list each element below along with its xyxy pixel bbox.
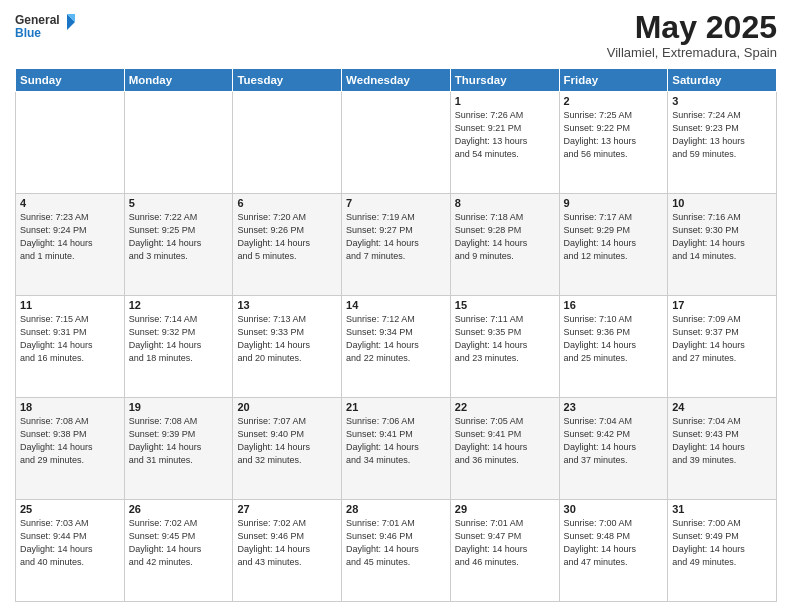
calendar-cell: 24Sunrise: 7:04 AM Sunset: 9:43 PM Dayli… [668,398,777,500]
title-block: May 2025 Villamiel, Extremadura, Spain [607,10,777,60]
calendar-week-row: 18Sunrise: 7:08 AM Sunset: 9:38 PM Dayli… [16,398,777,500]
calendar-cell: 14Sunrise: 7:12 AM Sunset: 9:34 PM Dayli… [342,296,451,398]
day-info: Sunrise: 7:17 AM Sunset: 9:29 PM Dayligh… [564,211,664,263]
calendar-cell: 6Sunrise: 7:20 AM Sunset: 9:26 PM Daylig… [233,194,342,296]
day-number: 28 [346,503,446,515]
day-info: Sunrise: 7:08 AM Sunset: 9:39 PM Dayligh… [129,415,229,467]
calendar-title: May 2025 [607,10,777,45]
day-info: Sunrise: 7:04 AM Sunset: 9:43 PM Dayligh… [672,415,772,467]
day-info: Sunrise: 7:05 AM Sunset: 9:41 PM Dayligh… [455,415,555,467]
day-number: 17 [672,299,772,311]
calendar-cell: 31Sunrise: 7:00 AM Sunset: 9:49 PM Dayli… [668,500,777,602]
day-info: Sunrise: 7:18 AM Sunset: 9:28 PM Dayligh… [455,211,555,263]
day-info: Sunrise: 7:20 AM Sunset: 9:26 PM Dayligh… [237,211,337,263]
calendar-week-row: 1Sunrise: 7:26 AM Sunset: 9:21 PM Daylig… [16,92,777,194]
day-info: Sunrise: 7:02 AM Sunset: 9:45 PM Dayligh… [129,517,229,569]
day-number: 11 [20,299,120,311]
calendar-cell: 21Sunrise: 7:06 AM Sunset: 9:41 PM Dayli… [342,398,451,500]
calendar-cell: 28Sunrise: 7:01 AM Sunset: 9:46 PM Dayli… [342,500,451,602]
day-number: 13 [237,299,337,311]
calendar-cell: 4Sunrise: 7:23 AM Sunset: 9:24 PM Daylig… [16,194,125,296]
calendar-week-row: 25Sunrise: 7:03 AM Sunset: 9:44 PM Dayli… [16,500,777,602]
calendar-cell: 18Sunrise: 7:08 AM Sunset: 9:38 PM Dayli… [16,398,125,500]
calendar-cell: 26Sunrise: 7:02 AM Sunset: 9:45 PM Dayli… [124,500,233,602]
logo-icon: General Blue [15,10,75,46]
day-info: Sunrise: 7:08 AM Sunset: 9:38 PM Dayligh… [20,415,120,467]
calendar-cell: 12Sunrise: 7:14 AM Sunset: 9:32 PM Dayli… [124,296,233,398]
day-info: Sunrise: 7:06 AM Sunset: 9:41 PM Dayligh… [346,415,446,467]
logo-block: General Blue [15,10,75,50]
calendar-cell: 29Sunrise: 7:01 AM Sunset: 9:47 PM Dayli… [450,500,559,602]
calendar-cell: 10Sunrise: 7:16 AM Sunset: 9:30 PM Dayli… [668,194,777,296]
calendar-table: SundayMondayTuesdayWednesdayThursdayFrid… [15,68,777,602]
svg-text:Blue: Blue [15,26,41,40]
calendar-cell: 13Sunrise: 7:13 AM Sunset: 9:33 PM Dayli… [233,296,342,398]
calendar-cell: 17Sunrise: 7:09 AM Sunset: 9:37 PM Dayli… [668,296,777,398]
day-number: 12 [129,299,229,311]
weekday-header-wednesday: Wednesday [342,69,451,92]
header: General Blue May 2025 Villamiel, Extrema… [15,10,777,60]
weekday-header-thursday: Thursday [450,69,559,92]
calendar-cell: 3Sunrise: 7:24 AM Sunset: 9:23 PM Daylig… [668,92,777,194]
svg-text:General: General [15,13,60,27]
calendar-cell: 7Sunrise: 7:19 AM Sunset: 9:27 PM Daylig… [342,194,451,296]
day-number: 1 [455,95,555,107]
day-number: 24 [672,401,772,413]
day-info: Sunrise: 7:25 AM Sunset: 9:22 PM Dayligh… [564,109,664,161]
calendar-week-row: 4Sunrise: 7:23 AM Sunset: 9:24 PM Daylig… [16,194,777,296]
day-info: Sunrise: 7:00 AM Sunset: 9:49 PM Dayligh… [672,517,772,569]
calendar-cell: 11Sunrise: 7:15 AM Sunset: 9:31 PM Dayli… [16,296,125,398]
day-info: Sunrise: 7:23 AM Sunset: 9:24 PM Dayligh… [20,211,120,263]
day-number: 5 [129,197,229,209]
calendar-cell [342,92,451,194]
day-info: Sunrise: 7:12 AM Sunset: 9:34 PM Dayligh… [346,313,446,365]
day-number: 2 [564,95,664,107]
page: General Blue May 2025 Villamiel, Extrema… [0,0,792,612]
calendar-cell: 30Sunrise: 7:00 AM Sunset: 9:48 PM Dayli… [559,500,668,602]
calendar-cell: 9Sunrise: 7:17 AM Sunset: 9:29 PM Daylig… [559,194,668,296]
day-info: Sunrise: 7:01 AM Sunset: 9:47 PM Dayligh… [455,517,555,569]
day-info: Sunrise: 7:19 AM Sunset: 9:27 PM Dayligh… [346,211,446,263]
day-info: Sunrise: 7:03 AM Sunset: 9:44 PM Dayligh… [20,517,120,569]
calendar-cell: 19Sunrise: 7:08 AM Sunset: 9:39 PM Dayli… [124,398,233,500]
day-info: Sunrise: 7:09 AM Sunset: 9:37 PM Dayligh… [672,313,772,365]
day-info: Sunrise: 7:22 AM Sunset: 9:25 PM Dayligh… [129,211,229,263]
day-number: 30 [564,503,664,515]
day-number: 4 [20,197,120,209]
day-info: Sunrise: 7:04 AM Sunset: 9:42 PM Dayligh… [564,415,664,467]
weekday-header-tuesday: Tuesday [233,69,342,92]
day-info: Sunrise: 7:01 AM Sunset: 9:46 PM Dayligh… [346,517,446,569]
weekday-header-saturday: Saturday [668,69,777,92]
day-number: 6 [237,197,337,209]
calendar-week-row: 11Sunrise: 7:15 AM Sunset: 9:31 PM Dayli… [16,296,777,398]
day-number: 3 [672,95,772,107]
calendar-cell: 20Sunrise: 7:07 AM Sunset: 9:40 PM Dayli… [233,398,342,500]
day-number: 21 [346,401,446,413]
weekday-header-sunday: Sunday [16,69,125,92]
day-info: Sunrise: 7:13 AM Sunset: 9:33 PM Dayligh… [237,313,337,365]
calendar-cell [233,92,342,194]
weekday-header-friday: Friday [559,69,668,92]
day-number: 10 [672,197,772,209]
day-info: Sunrise: 7:00 AM Sunset: 9:48 PM Dayligh… [564,517,664,569]
day-info: Sunrise: 7:16 AM Sunset: 9:30 PM Dayligh… [672,211,772,263]
calendar-cell: 15Sunrise: 7:11 AM Sunset: 9:35 PM Dayli… [450,296,559,398]
calendar-cell: 23Sunrise: 7:04 AM Sunset: 9:42 PM Dayli… [559,398,668,500]
day-number: 22 [455,401,555,413]
calendar-cell: 22Sunrise: 7:05 AM Sunset: 9:41 PM Dayli… [450,398,559,500]
day-number: 7 [346,197,446,209]
day-info: Sunrise: 7:15 AM Sunset: 9:31 PM Dayligh… [20,313,120,365]
calendar-location: Villamiel, Extremadura, Spain [607,45,777,60]
day-info: Sunrise: 7:02 AM Sunset: 9:46 PM Dayligh… [237,517,337,569]
day-number: 26 [129,503,229,515]
calendar-cell: 8Sunrise: 7:18 AM Sunset: 9:28 PM Daylig… [450,194,559,296]
day-number: 15 [455,299,555,311]
day-number: 20 [237,401,337,413]
day-info: Sunrise: 7:24 AM Sunset: 9:23 PM Dayligh… [672,109,772,161]
day-number: 31 [672,503,772,515]
day-number: 23 [564,401,664,413]
calendar-cell [124,92,233,194]
day-info: Sunrise: 7:14 AM Sunset: 9:32 PM Dayligh… [129,313,229,365]
day-number: 9 [564,197,664,209]
day-number: 18 [20,401,120,413]
